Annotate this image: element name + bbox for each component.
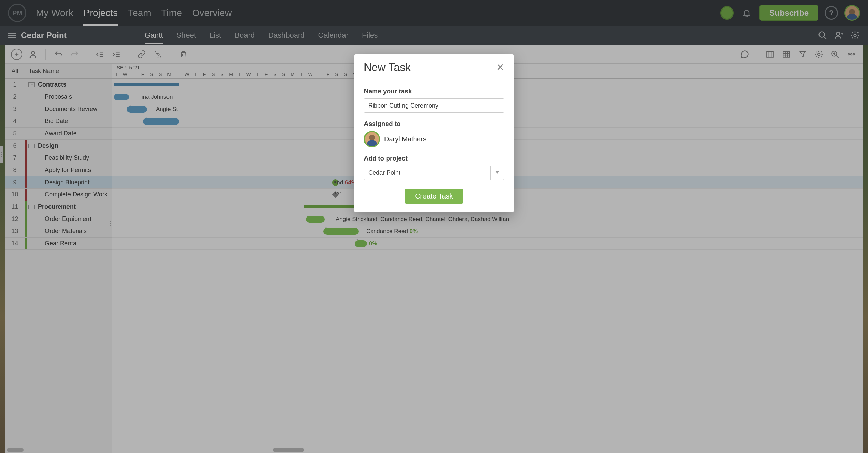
task-name-label: Name your task: [364, 88, 504, 95]
assignee-avatar: [364, 131, 380, 147]
modal-title: New Task: [364, 61, 411, 74]
modal-overlay[interactable]: New Task ✕ Name your task Assigned to Da…: [0, 0, 868, 453]
assignee-name: Daryl Mathers: [384, 135, 426, 143]
assignee-row[interactable]: Daryl Mathers: [364, 131, 504, 147]
task-name-input[interactable]: [364, 98, 504, 113]
project-label: Add to project: [364, 155, 504, 162]
new-task-modal: New Task ✕ Name your task Assigned to Da…: [354, 54, 514, 212]
create-task-button[interactable]: Create Task: [405, 189, 463, 204]
close-icon[interactable]: ✕: [496, 62, 504, 73]
assigned-to-label: Assigned to: [364, 120, 504, 128]
project-select[interactable]: Cedar Point: [364, 166, 504, 180]
